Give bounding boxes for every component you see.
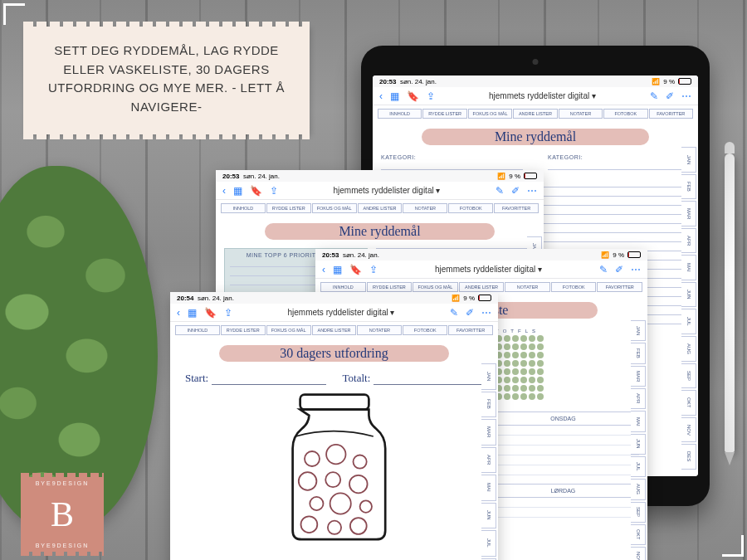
status-time: 20:53 søn. 24. jan. bbox=[379, 78, 437, 85]
battery-label: 9 % bbox=[663, 78, 675, 85]
onsdag-box: ONSDAG bbox=[487, 411, 639, 426]
tab-favoritter[interactable]: FAVORITTER bbox=[649, 109, 693, 119]
svg-point-3 bbox=[353, 455, 366, 469]
status-bar: 20:53 søn. 24. jan. 📶9 % bbox=[373, 75, 698, 87]
tracker-dots[interactable] bbox=[487, 335, 639, 400]
weekday-row: MTOTFLS bbox=[487, 329, 639, 334]
float-page-30dagers: 20:54 søn. 24. jan.📶9 % ‹▦🔖⇪ hjemmets ry… bbox=[170, 292, 498, 560]
category-label-l: KATEGORI: bbox=[381, 154, 416, 160]
grid-icon[interactable]: ▦ bbox=[390, 90, 399, 102]
brand-initial: B bbox=[21, 477, 104, 552]
tab-ryddelister[interactable]: RYDDE LISTER bbox=[422, 109, 466, 119]
month-jun[interactable]: JUN bbox=[681, 282, 696, 308]
tab-notater[interactable]: NOTATER bbox=[559, 109, 603, 119]
new-icon[interactable]: ✎ bbox=[650, 90, 658, 102]
crop-corner-tl bbox=[3, 3, 25, 25]
month-apr[interactable]: APR bbox=[681, 228, 696, 254]
back-icon[interactable]: ‹ bbox=[379, 90, 383, 102]
bookmark-icon[interactable]: 🔖 bbox=[407, 90, 419, 102]
svg-point-10 bbox=[300, 516, 317, 533]
app-toolbar: ‹ ▦ 🔖 ⇪ hjemmets ryddelister digital ▾ ✎… bbox=[373, 87, 698, 105]
jar-illustration bbox=[272, 392, 397, 541]
month-des[interactable]: DES bbox=[681, 444, 696, 470]
month-mar[interactable]: MAR bbox=[681, 201, 696, 226]
month-nov[interactable]: NOV bbox=[681, 417, 696, 443]
crop-corner-br bbox=[722, 535, 744, 557]
total-input[interactable] bbox=[374, 375, 483, 385]
month-mai[interactable]: MAI bbox=[681, 255, 696, 280]
promo-text: SETT DEG RYDDEMÅL, LAG RYDDE ELLER VASKE… bbox=[48, 43, 285, 114]
category-label-r: KATEGORI: bbox=[548, 154, 583, 160]
svg-point-12 bbox=[349, 518, 366, 534]
tab-innhold[interactable]: INNHOLD bbox=[378, 109, 422, 119]
month-okt[interactable]: OKT bbox=[681, 390, 696, 416]
svg-point-11 bbox=[327, 521, 340, 534]
more-icon[interactable]: ⋯ bbox=[681, 90, 691, 102]
tab-fotobok[interactable]: FOTOBOK bbox=[603, 109, 647, 119]
brand-watermark: BYE9DESIGN B BYE9DESIGN bbox=[21, 477, 104, 552]
month-tabs: JAN FEB MAR APR MAI JUN JUL AUG SEP OKT … bbox=[681, 147, 696, 470]
total-label: Totalt: bbox=[343, 372, 371, 385]
svg-point-8 bbox=[330, 493, 350, 514]
tab-fokus[interactable]: FOKUS OG MÅL bbox=[468, 109, 512, 119]
page-heading: Mine ryddemål bbox=[422, 129, 649, 145]
svg-point-9 bbox=[359, 500, 371, 512]
lordag-box: LØRDAG bbox=[487, 484, 639, 498]
svg-point-1 bbox=[305, 451, 320, 466]
svg-point-5 bbox=[325, 472, 340, 487]
brand-ring-bottom: BYE9DESIGN bbox=[21, 543, 104, 548]
svg-point-6 bbox=[349, 475, 368, 494]
apple-pencil bbox=[725, 153, 735, 452]
month-jan[interactable]: JAN bbox=[681, 147, 696, 173]
svg-point-2 bbox=[326, 445, 345, 464]
doc-title[interactable]: hjemmets ryddelister digital ▾ bbox=[489, 91, 596, 100]
start-label: Start: bbox=[185, 372, 208, 385]
svg-point-4 bbox=[298, 472, 316, 490]
month-sep[interactable]: SEP bbox=[681, 363, 696, 389]
camera-dot bbox=[533, 59, 539, 65]
svg-point-7 bbox=[310, 497, 323, 510]
tab-andre[interactable]: ANDRE LISTER bbox=[513, 109, 557, 119]
month-jul[interactable]: JUL bbox=[681, 309, 696, 334]
battery-icon bbox=[678, 78, 691, 85]
month-aug[interactable]: AUG bbox=[681, 336, 696, 362]
section-tabs: INNHOLD RYDDE LISTER FOKUS OG MÅL ANDRE … bbox=[373, 105, 698, 122]
share-icon[interactable]: ⇪ bbox=[427, 90, 435, 102]
promo-banner: SETT DEG RYDDEMÅL, LAG RYDDE ELLER VASKE… bbox=[23, 27, 310, 134]
svg-rect-0 bbox=[300, 395, 369, 410]
month-feb[interactable]: FEB bbox=[681, 174, 696, 200]
pen-icon[interactable]: ✐ bbox=[666, 90, 674, 102]
start-input[interactable] bbox=[212, 375, 325, 385]
